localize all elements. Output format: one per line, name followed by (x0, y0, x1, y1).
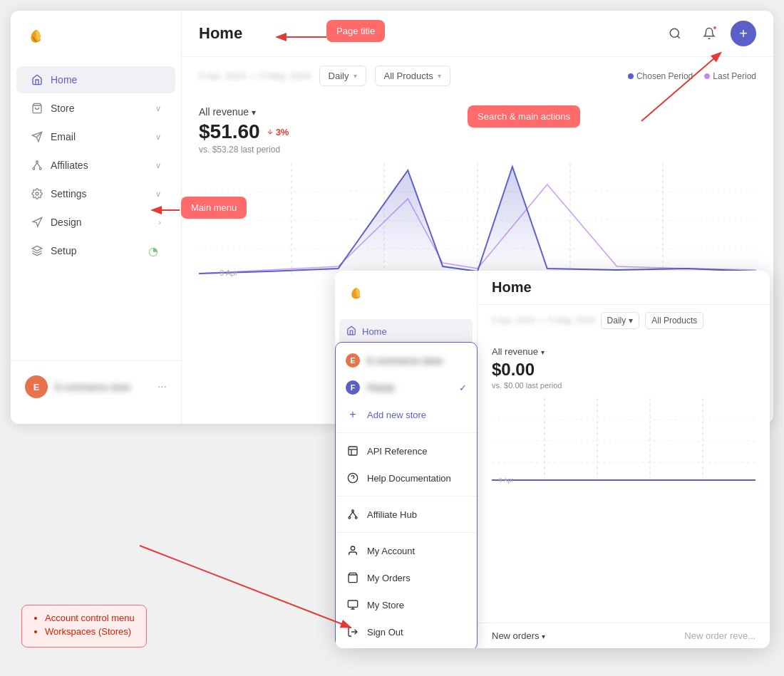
affiliate-icon (346, 507, 360, 521)
last-period-legend: Last Period (704, 71, 756, 81)
popup-main: Home 5 Apr, 2024 — 5 May, 2024 Daily ▾ A… (478, 271, 770, 648)
sidebar-item-setup[interactable]: Setup ◔ (16, 237, 175, 264)
ecommerce-store-name: E-commerce store (367, 355, 443, 366)
page-title: Home (199, 24, 654, 43)
svg-point-4 (33, 167, 35, 170)
fitclub-store-name: Fitclub (367, 383, 394, 393)
popup-metric-value: $0.00 (492, 360, 755, 380)
store-icon (31, 102, 43, 115)
annotation-search: Search & main actions (468, 105, 580, 128)
svg-marker-9 (33, 217, 42, 227)
sidebar-item-home[interactable]: Home (16, 66, 175, 93)
period-chevron-icon: ▾ (354, 72, 357, 80)
popup-orders-label: New orders ▾ (492, 630, 545, 641)
account-avatar: E (25, 375, 48, 398)
products-filter[interactable]: All Products ▾ (375, 66, 450, 86)
svg-line-6 (33, 163, 37, 168)
fitclub-store-avatar: F (346, 380, 360, 395)
email-chevron-icon: ∨ (155, 132, 161, 142)
top-bar-actions: + (662, 21, 756, 46)
my-orders-icon (346, 571, 360, 585)
svg-point-28 (349, 516, 351, 519)
popup-date-range: 5 Apr, 2024 — 5 May, 2024 (492, 316, 595, 326)
add-store-item[interactable]: + Add new store (336, 401, 477, 428)
popup-metric-compare: vs. $0.00 last period (492, 381, 755, 390)
email-icon (31, 130, 43, 143)
add-store-label: Add new store (367, 410, 426, 420)
account-row[interactable]: E E-commerce store ··· (19, 370, 172, 404)
affiliate-hub-item[interactable]: Affiliate Hub (336, 501, 477, 528)
design-arrow-icon: › (158, 218, 161, 227)
products-chevron-icon: ▾ (438, 72, 441, 80)
filter-bar: 5 Apr, 2024 — 5 May, 2024 Daily ▾ All Pr… (182, 57, 773, 95)
my-orders-label: My Orders (367, 573, 411, 583)
popup-period-chevron-icon: ▾ (629, 316, 633, 326)
sidebar-item-home-label: Home (51, 74, 161, 85)
sidebar-item-design[interactable]: Design › (16, 209, 175, 236)
account-control-label: Account control menu (45, 613, 135, 623)
period-filter[interactable]: Daily ▾ (319, 66, 366, 86)
date-range: 5 Apr, 2024 — 5 May, 2024 (199, 71, 311, 81)
home-icon (31, 73, 43, 86)
annotation-page-title: Page title (326, 20, 385, 42)
setup-badge-icon: ◔ (148, 244, 161, 257)
notification-button[interactable] (696, 21, 722, 46)
svg-line-49 (140, 546, 349, 627)
popup-revenue-label: New order reve... (684, 630, 755, 641)
sidebar-item-email-label: Email (51, 131, 148, 142)
popup-chart: 9 Apr (492, 398, 755, 484)
popup-nav-home-label: Home (362, 326, 387, 337)
annotation-account-menu: Account control menu Workspaces (Stores) (21, 605, 147, 648)
popup-top-bar: Home (478, 271, 770, 305)
design-icon (31, 216, 43, 229)
svg-text:9 Apr: 9 Apr (499, 477, 513, 484)
popup-period-label: Daily (607, 316, 626, 326)
affiliate-section: Affiliate Hub (336, 496, 477, 533)
setup-icon (31, 244, 43, 257)
account-more-icon[interactable]: ··· (158, 380, 167, 393)
revenue-chart: 9 Apr (199, 163, 756, 277)
sidebar-item-settings-label: Settings (51, 188, 148, 199)
api-reference-item[interactable]: API Reference (336, 437, 477, 464)
svg-text:9 Apr: 9 Apr (220, 269, 237, 277)
account-section: My Account My Orders My Store (336, 533, 477, 648)
annotation-main-menu: Main menu (181, 197, 247, 219)
sidebar-item-setup-label: Setup (51, 245, 141, 256)
search-button[interactable] (662, 21, 688, 46)
selected-check-icon: ✓ (459, 383, 467, 393)
popup-period-filter[interactable]: Daily ▾ (601, 312, 640, 329)
sign-out-icon (346, 625, 360, 639)
affiliate-hub-label: Affiliate Hub (367, 509, 417, 520)
metric-compare: vs. $53.28 last period (199, 145, 756, 155)
api-reference-label: API Reference (367, 446, 428, 457)
popup-page-title: Home (492, 279, 755, 296)
help-docs-item[interactable]: Help Documentation (336, 464, 477, 492)
sign-out-item[interactable]: Sign Out (336, 618, 477, 645)
add-button[interactable]: + (731, 21, 756, 46)
sidebar-item-affiliates-label: Affiliates (51, 160, 148, 171)
popup-nav-home[interactable]: Home (339, 319, 473, 344)
popup-logo (335, 281, 477, 318)
workspaces-label: Workspaces (Stores) (45, 626, 135, 637)
svg-point-32 (351, 546, 354, 550)
settings-chevron-icon: ∨ (155, 189, 161, 199)
sidebar-item-store[interactable]: Store ∨ (16, 95, 175, 122)
store-item-ecommerce[interactable]: E E-commerce store (336, 347, 477, 374)
popup-chart-area: All revenue ▾ $0.00 vs. $0.00 last perio… (478, 336, 770, 623)
notification-dot (712, 25, 718, 31)
add-store-icon: + (346, 407, 360, 422)
affiliates-chevron-icon: ∨ (155, 161, 161, 170)
sidebar-item-settings[interactable]: Settings ∨ (16, 180, 175, 207)
my-store-item[interactable]: My Store (336, 591, 477, 618)
sidebar-item-affiliates[interactable]: Affiliates ∨ (16, 152, 175, 179)
svg-line-11 (677, 36, 679, 38)
affiliates-icon (31, 159, 43, 172)
store-item-fitclub[interactable]: F Fitclub ✓ (336, 374, 477, 401)
sidebar-item-email[interactable]: Email ∨ (16, 123, 175, 150)
my-orders-item[interactable]: My Orders (336, 564, 477, 591)
popup-products-label: All Products (651, 316, 697, 326)
popup-window: Home Store E E-commerce store F Fitclub … (335, 271, 770, 648)
popup-metric-label: All revenue ▾ (492, 346, 755, 357)
my-account-item[interactable]: My Account (336, 537, 477, 564)
popup-products-filter[interactable]: All Products (645, 312, 703, 329)
